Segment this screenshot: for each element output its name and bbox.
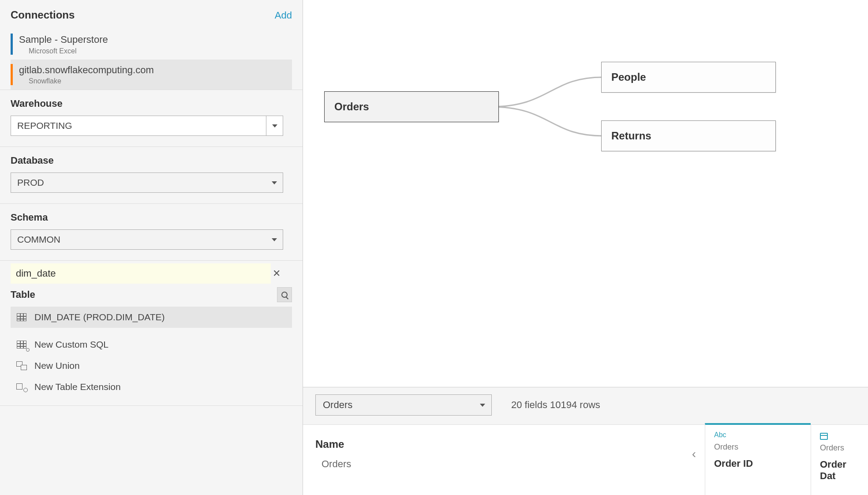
chevron-down-icon — [266, 116, 283, 135]
warehouse-section: Warehouse REPORTING — [0, 90, 303, 147]
table-item-custom-sql[interactable]: New Custom SQL — [11, 334, 292, 355]
chevron-down-icon — [266, 230, 283, 249]
connection-name: Sample - Superstore — [19, 34, 108, 46]
warehouse-label: Warehouse — [11, 98, 292, 109]
node-label: Orders — [334, 101, 369, 113]
connection-color-strip — [11, 34, 13, 55]
connection-source: Snowflake — [19, 77, 154, 85]
sidebar: Connections Add Sample - Superstore Micr… — [0, 0, 303, 495]
union-icon — [16, 361, 27, 371]
column-name: Order ID — [714, 458, 802, 469]
column-source: Orders — [820, 443, 859, 453]
table-list: DIM_DATE (PROD.DIM_DATE) New Custom SQL … — [0, 307, 303, 405]
data-preview-toolbar: Orders 20 fields 10194 rows — [303, 387, 868, 424]
table-item-label: New Table Extension — [34, 382, 121, 392]
node-returns[interactable]: Returns — [601, 120, 776, 151]
column-source: Orders — [714, 442, 802, 452]
database-dropdown[interactable]: PROD — [11, 172, 283, 193]
clear-search-icon[interactable]: ✕ — [273, 268, 281, 279]
schema-dropdown[interactable]: COMMON — [11, 229, 283, 250]
add-connection-link[interactable]: Add — [275, 10, 292, 21]
type-abc-icon: Abc — [714, 431, 802, 439]
column-order-id[interactable]: Abc Orders Order ID — [705, 423, 811, 495]
chevron-down-icon — [474, 404, 491, 407]
name-panel: ‹ Name Orders — [303, 425, 705, 495]
table-item-label: DIM_DATE (PROD.DIM_DATE) — [34, 312, 165, 322]
warehouse-dropdown[interactable]: REPORTING — [11, 116, 283, 136]
preview-table-dropdown[interactable]: Orders — [315, 394, 492, 416]
table-item-label: New Union — [34, 360, 80, 371]
main-area: Orders People Returns Orders 20 fields 1… — [303, 0, 868, 495]
warehouse-value: REPORTING — [11, 120, 266, 131]
node-orders[interactable]: Orders — [324, 91, 499, 122]
table-item-extension[interactable]: New Table Extension — [11, 376, 292, 398]
table-item-label: New Custom SQL — [34, 339, 108, 350]
table-item-union[interactable]: New Union — [11, 355, 292, 376]
name-value: Orders — [315, 458, 692, 470]
column-order-date[interactable]: Orders Order Dat — [811, 425, 868, 495]
type-date-icon — [820, 433, 859, 440]
table-search-input[interactable] — [11, 263, 271, 284]
scroll-left-icon[interactable]: ‹ — [692, 447, 696, 461]
search-icon — [281, 292, 288, 298]
schema-value: COMMON — [11, 234, 266, 245]
custom-sql-icon — [16, 340, 27, 349]
connection-name: gitlab.snowflakecomputing.com — [19, 64, 154, 77]
connection-item-snowflake[interactable]: gitlab.snowflakecomputing.com Snowflake — [11, 60, 292, 90]
chevron-down-icon — [266, 173, 283, 192]
schema-section: Schema COMMON — [0, 204, 303, 260]
connection-source: Microsoft Excel — [19, 47, 108, 55]
node-label: People — [611, 71, 646, 83]
connections-section: Connections Add Sample - Superstore Micr… — [0, 0, 303, 90]
relationship-canvas[interactable]: Orders People Returns — [303, 0, 868, 387]
node-people[interactable]: People — [601, 62, 776, 93]
table-item-dim-date[interactable]: DIM_DATE (PROD.DIM_DATE) — [11, 307, 292, 328]
search-button[interactable] — [277, 287, 292, 302]
connection-item-superstore[interactable]: Sample - Superstore Microsoft Excel — [11, 29, 292, 60]
database-section: Database PROD — [0, 147, 303, 204]
table-icon — [16, 312, 27, 322]
connections-title: Connections — [11, 9, 75, 21]
connection-color-strip — [11, 64, 13, 85]
schema-label: Schema — [11, 212, 292, 223]
column-name: Order Dat — [820, 459, 859, 482]
database-value: PROD — [11, 177, 266, 188]
preview-stats: 20 fields 10194 rows — [511, 399, 600, 411]
data-grid: ‹ Name Orders Abc Orders Order ID Orders… — [303, 424, 868, 495]
preview-table-value: Orders — [316, 399, 474, 411]
node-label: Returns — [611, 130, 651, 142]
name-heading: Name — [315, 438, 692, 450]
database-label: Database — [11, 155, 292, 166]
table-extension-icon — [16, 382, 27, 392]
table-heading: Table — [11, 289, 35, 300]
